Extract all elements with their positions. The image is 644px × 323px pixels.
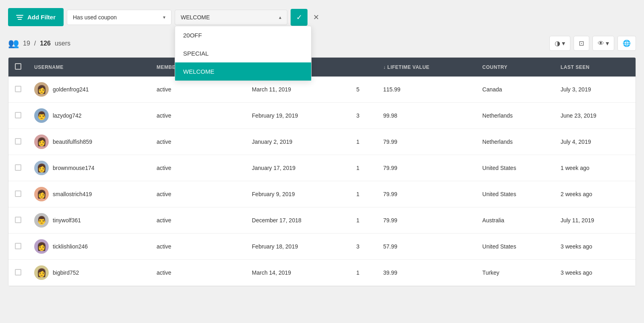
country: United States xyxy=(482,243,516,250)
row-first-transaction-cell: March 14, 2019 xyxy=(246,260,350,286)
transactions: 1 xyxy=(356,269,359,276)
table-row[interactable]: 👩 ticklishlion246 active February 18, 20… xyxy=(8,234,636,260)
last-seen: 2 weeks ago xyxy=(561,191,592,197)
avatar-image: 👩 xyxy=(37,163,47,173)
avatar: 👨 xyxy=(34,108,49,123)
filter-icon xyxy=(16,15,23,20)
first-transaction: March 11, 2019 xyxy=(252,86,291,93)
member-status: active xyxy=(157,165,171,171)
confirm-filter-button[interactable]: ✓ xyxy=(291,9,308,26)
lifetime-value: 79.99 xyxy=(383,217,397,224)
chart-button[interactable]: ◑ ▾ xyxy=(549,36,570,51)
transactions: 1 xyxy=(356,191,359,197)
globe-button[interactable]: 🌐 xyxy=(617,36,636,51)
coupon-value-wrapper: WELCOME ▴ 20OFF SPECIAL WELCOME xyxy=(175,10,287,25)
country: United States xyxy=(482,165,516,171)
add-filter-button[interactable]: Add Filter xyxy=(8,8,64,26)
coupon-value-arrow-icon: ▴ xyxy=(279,14,281,20)
row-checkbox[interactable] xyxy=(15,269,21,275)
row-checkbox[interactable] xyxy=(15,217,21,223)
row-username-cell: 👨 lazydog742 xyxy=(28,103,150,129)
username: bigbird752 xyxy=(53,269,79,276)
view-button[interactable]: 👁 ▾ xyxy=(592,36,614,51)
table-row[interactable]: 👨 tinywolf361 active December 17, 2018 1… xyxy=(8,207,636,234)
export-button[interactable]: ⊡ xyxy=(574,36,589,51)
row-first-transaction-cell: January 17, 2019 xyxy=(246,155,350,181)
username: lazydog742 xyxy=(53,112,82,119)
row-lifetime-value-cell: 39.99 xyxy=(377,260,476,286)
table-row[interactable]: 👨 lazydog742 active February 19, 2019 3 … xyxy=(8,103,636,129)
table-row[interactable]: 👩 bigbird752 active March 14, 2019 1 39.… xyxy=(8,260,636,286)
row-first-transaction-cell: February 18, 2019 xyxy=(246,234,350,260)
row-member-status-cell: active xyxy=(150,260,246,286)
member-status: active xyxy=(157,112,171,119)
coupon-option-special[interactable]: SPECIAL xyxy=(175,44,311,62)
coupon-option-20off[interactable]: 20OFF xyxy=(175,26,311,44)
transactions: 3 xyxy=(356,112,359,119)
avatar: 👨 xyxy=(34,213,49,228)
users-total: 126 xyxy=(40,40,51,47)
row-checkbox[interactable] xyxy=(15,243,21,249)
export-icon: ⊡ xyxy=(579,39,584,47)
last-seen: June 23, 2019 xyxy=(561,112,597,119)
row-country-cell: United States xyxy=(476,155,554,181)
table-row[interactable]: 👩 brownmouse174 active January 17, 2019 … xyxy=(8,155,636,181)
row-country-cell: Netherlands xyxy=(476,129,554,155)
row-lifetime-value-cell: 79.99 xyxy=(377,207,476,234)
row-username-cell: 👩 brownmouse174 xyxy=(28,155,150,181)
confirm-icon: ✓ xyxy=(296,13,302,22)
row-checkbox-cell xyxy=(8,77,28,103)
table-row[interactable]: 👩 goldenfrog241 active March 11, 2019 5 … xyxy=(8,77,636,103)
row-country-cell: United States xyxy=(476,234,554,260)
coupon-option-welcome[interactable]: WELCOME xyxy=(175,62,311,81)
lifetime-value: 39.99 xyxy=(383,269,397,276)
row-transactions-cell: 1 xyxy=(350,155,377,181)
row-checkbox-cell xyxy=(8,103,28,129)
filter-field-value: Has used coupon xyxy=(73,14,117,21)
row-checkbox[interactable] xyxy=(15,164,21,171)
row-checkbox[interactable] xyxy=(15,138,21,145)
row-checkbox[interactable] xyxy=(15,190,21,197)
close-filter-button[interactable]: ✕ xyxy=(311,10,322,24)
transactions: 1 xyxy=(356,217,359,224)
lifetime-value: 79.99 xyxy=(383,191,397,197)
row-transactions-cell: 1 xyxy=(350,129,377,155)
table-row[interactable]: 👩 beautifulfish859 active January 2, 201… xyxy=(8,129,636,155)
row-lifetime-value-cell: 79.99 xyxy=(377,129,476,155)
close-icon: ✕ xyxy=(313,13,319,21)
row-last-seen-cell: 2 weeks ago xyxy=(554,181,636,207)
row-country-cell: Netherlands xyxy=(476,103,554,129)
row-username-cell: 👨 tinywolf361 xyxy=(28,207,150,234)
select-all-checkbox[interactable] xyxy=(15,63,21,70)
member-status: active xyxy=(157,86,171,93)
coupon-value-dropdown[interactable]: WELCOME ▴ xyxy=(175,10,287,25)
row-country-cell: Canada xyxy=(476,77,554,103)
row-member-status-cell: active xyxy=(150,129,246,155)
row-member-status-cell: active xyxy=(150,103,246,129)
col-username: USERNAME xyxy=(28,58,150,77)
table-row[interactable]: 👩 smallostrich419 active February 9, 201… xyxy=(8,181,636,207)
row-checkbox[interactable] xyxy=(15,86,21,92)
row-username-cell: 👩 bigbird752 xyxy=(28,260,150,286)
row-transactions-cell: 3 xyxy=(350,234,377,260)
row-country-cell: United States xyxy=(476,181,554,207)
toolbar-icons: ◑ ▾ ⊡ 👁 ▾ 🌐 xyxy=(549,36,636,51)
row-checkbox[interactable] xyxy=(15,112,21,118)
users-icon: 👥 xyxy=(8,38,19,49)
row-first-transaction-cell: February 9, 2019 xyxy=(246,181,350,207)
last-seen: July 11, 2019 xyxy=(561,217,594,224)
username: smallostrich419 xyxy=(53,191,92,197)
row-last-seen-cell: June 23, 2019 xyxy=(554,103,636,129)
users-summary: 👥 19 / 126 users xyxy=(8,38,70,49)
filter-field-dropdown[interactable]: Has used coupon ▾ xyxy=(67,10,171,25)
avatar-image: 👩 xyxy=(37,85,47,94)
col-last-seen: LAST SEEN xyxy=(554,58,636,77)
lifetime-value: 57.99 xyxy=(383,243,397,250)
last-seen: 3 weeks ago xyxy=(561,269,592,276)
avatar-image: 👩 xyxy=(37,137,47,147)
country: Australia xyxy=(482,217,504,224)
row-lifetime-value-cell: 115.99 xyxy=(377,77,476,103)
row-country-cell: Australia xyxy=(476,207,554,234)
username: goldenfrog241 xyxy=(53,86,89,93)
row-username-cell: 👩 goldenfrog241 xyxy=(28,77,150,103)
